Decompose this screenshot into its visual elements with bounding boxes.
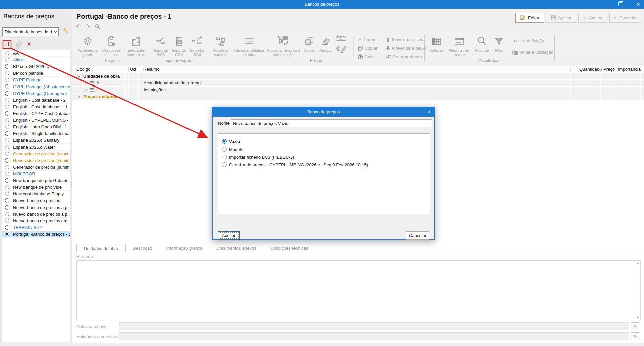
- tab-informacao-grafica[interactable]: Informação gráfica: [159, 244, 209, 252]
- list-item[interactable]: España 2025.c Sanitary: [2, 137, 70, 144]
- restore-window-icon[interactable]: [618, 2, 622, 6]
- palavras-chave-input[interactable]: [119, 322, 629, 330]
- dialog-aceitar-button[interactable]: Aceitar: [218, 231, 240, 240]
- ribbon-ir-a-definicao[interactable]: Ir à definição: [512, 38, 544, 43]
- tree-row-chapter[interactable]: I Instalações: [72, 86, 644, 93]
- list-item[interactable]: Generador de precios (sumin...: [2, 164, 70, 171]
- dialog-close-icon[interactable]: ×: [428, 107, 431, 117]
- ribbon-importar-csv[interactable]: CSV Importar CSV: [171, 34, 187, 57]
- ribbon-colunas[interactable]: Colunas: [427, 34, 446, 53]
- list-item-selected[interactable]: Portugal -Banco de preços - 1: [2, 231, 70, 238]
- list-item[interactable]: Generador de precios (evacu...: [2, 151, 70, 157]
- list-item[interactable]: BP con plantilla: [2, 70, 70, 77]
- ribbon-mover-para-baixo[interactable]: Mover para baixo: [386, 46, 426, 51]
- dialog-cancelar-button[interactable]: Cancelar: [406, 231, 429, 240]
- chevron-down-icon[interactable]: [77, 75, 80, 78]
- tab-unidades-de-obra[interactable]: Unidades de obra: [76, 244, 126, 252]
- list-item[interactable]: English - Cost databases - 1: [2, 104, 70, 110]
- rename-icon: A: [335, 34, 347, 42]
- chevron-right-icon[interactable]: [85, 88, 87, 92]
- list-item[interactable]: CYPE Portugal (Abastecimen...: [2, 83, 70, 90]
- scroll-up-icon[interactable]: ▲: [636, 261, 639, 265]
- chevron-right-icon[interactable]: [85, 81, 87, 85]
- aplicar-button[interactable]: Aplicar: [546, 13, 576, 23]
- panel-splitter[interactable]: [71, 182, 72, 188]
- list-item[interactable]: TERRAIN SDP: [2, 224, 70, 231]
- tab-descricao[interactable]: Descrição: [126, 244, 159, 252]
- ribbon-apagar[interactable]: Apagar: [318, 34, 333, 53]
- ribbon-copiar-small[interactable]: Copiar: [358, 46, 377, 51]
- ribbon-reconstruir-arvore[interactable]: Reconstruir árvore: [447, 34, 471, 57]
- list-item[interactable]: AA: [2, 50, 70, 57]
- list-item[interactable]: Nuevo banco de precios a p...: [2, 204, 70, 211]
- edit-palavras-chave-icon[interactable]: ✎: [631, 322, 639, 330]
- ribbon-adicionar-unidade-de-obra[interactable]: Adicionar unidade de obra: [233, 34, 265, 57]
- column-ud[interactable]: Ud: [130, 67, 136, 72]
- tab-condicoes-tecnicas[interactable]: Condições técnicas: [263, 244, 315, 252]
- list-item[interactable]: Generador de precios (sumin...: [2, 157, 70, 164]
- option-modelo[interactable]: Modelo: [222, 146, 244, 153]
- add-database-button[interactable]: +: [4, 40, 12, 48]
- resumo-textarea[interactable]: ▲ ▼: [76, 260, 641, 320]
- ribbon-voltar-a-utilizacao[interactable]: Voltar à utilização: [512, 50, 553, 55]
- ribbon-importar-bc3[interactable]: FIEBDC Importar BC3: [153, 34, 169, 57]
- tree-row-chapter[interactable]: A Acondicionamento do terreno: [72, 80, 644, 86]
- option-importar-bc3[interactable]: Importar ficheiro BC3 (FIEBDC-3): [222, 154, 294, 160]
- list-item[interactable]: English - Intro Open BIM - 1: [2, 124, 70, 130]
- list-item[interactable]: Nuevo banco de precios em...: [2, 218, 70, 224]
- list-item[interactable]: English - CYPE Cost Databas...: [2, 110, 70, 117]
- ribbon-cortar[interactable]: ✂ Cortar: [358, 37, 376, 42]
- aceitar-button[interactable]: ✓ Aceitar: [578, 13, 607, 23]
- tab-documentos-anexos[interactable]: Documentos anexos: [209, 244, 263, 252]
- ribbon-copiar[interactable]: Copiar: [302, 34, 317, 53]
- list-item[interactable]: CYPE Portugal: [2, 77, 70, 83]
- list-item[interactable]: New banque de prix Vide: [2, 184, 70, 191]
- tree-row-precos-unitarios[interactable]: Preços unitários: [72, 93, 644, 100]
- column-importancia[interactable]: Importância: [618, 67, 641, 72]
- column-preco[interactable]: Preço: [603, 67, 615, 72]
- list-item[interactable]: Nuevo banco de precios a p...: [2, 211, 70, 218]
- list-item[interactable]: English - CYPEPLUMBING - 1: [2, 117, 70, 124]
- list-item[interactable]: English - Cost database - 2: [2, 97, 70, 104]
- option-gerador-de-precos[interactable]: Gerador de preços - CYPEPLUMBING (2026.c…: [222, 161, 368, 168]
- list-item[interactable]: Nuevo banco de precios: [2, 197, 70, 204]
- column-codigo[interactable]: Código: [76, 67, 90, 72]
- list-item[interactable]: Aliaxis: [2, 57, 70, 63]
- ribbon-parametros-gerais[interactable]: Parâmetros gerais: [77, 34, 98, 57]
- scroll-down-icon[interactable]: ▼: [636, 316, 639, 319]
- entidades-comerciais-input[interactable]: [119, 332, 629, 340]
- undo-icon[interactable]: ↶: [76, 23, 81, 31]
- ribbon-condicoes-tecnicas[interactable]: Condições técnicas: [100, 34, 122, 57]
- directory-dropdown[interactable]: Directoria de bases de d...: [2, 27, 59, 36]
- ribbon-filtro[interactable]: Filtro: [492, 34, 506, 53]
- tree-row-unidades-de-obra[interactable]: Unidades de obra: [72, 73, 644, 79]
- chevron-right-icon[interactable]: [77, 95, 80, 98]
- ribbon-procurar[interactable]: Procurar: [473, 34, 491, 53]
- list-item[interactable]: BP con GP 2026.c: [2, 63, 70, 70]
- list-item[interactable]: CYPE Portugal (Drenagem): [2, 90, 70, 97]
- list-item[interactable]: English - Single-family detac...: [2, 130, 70, 137]
- redo-icon[interactable]: ↷: [85, 23, 91, 31]
- delete-database-icon[interactable]: ×: [25, 40, 32, 48]
- ribbon-rename-code[interactable]: A €: [334, 34, 349, 54]
- option-vazio[interactable]: Vazio: [222, 138, 240, 145]
- column-resumo[interactable]: Resumo: [143, 67, 159, 72]
- list-item[interactable]: España 2025.c Water: [2, 144, 70, 151]
- list-item[interactable]: MOLECOR: [2, 171, 70, 177]
- ribbon-adicionar-capitulo[interactable]: Adicionar capítulo: [210, 34, 231, 57]
- ribbon-adicionar-recurso[interactable]: Adicionar recurso à composição: [267, 34, 300, 57]
- edit-directory-icon[interactable]: ✎: [62, 27, 70, 36]
- editar-button[interactable]: Editar: [515, 13, 544, 23]
- nome-input[interactable]: [231, 119, 432, 127]
- copy-database-icon[interactable]: [16, 41, 22, 47]
- ribbon-entidades-comerciais[interactable]: Entidades comerciais: [124, 34, 148, 57]
- cancelar-button[interactable]: × Cancelar: [609, 13, 641, 23]
- close-window-icon[interactable]: ×: [636, 0, 640, 8]
- edit-entidades-comerciais-icon[interactable]: ✎: [631, 332, 639, 340]
- ribbon-exportar-bc3[interactable]: FIEBDC Exportar BC3: [189, 34, 206, 57]
- list-item[interactable]: New banque de prix Gabarit: [2, 177, 70, 184]
- ribbon-mover-para-cima[interactable]: Mover para cima: [386, 37, 425, 42]
- list-item[interactable]: New cost database Empty: [2, 191, 70, 197]
- column-quantidade[interactable]: Quantidade: [579, 67, 602, 72]
- zoom-icon[interactable]: [95, 24, 101, 30]
